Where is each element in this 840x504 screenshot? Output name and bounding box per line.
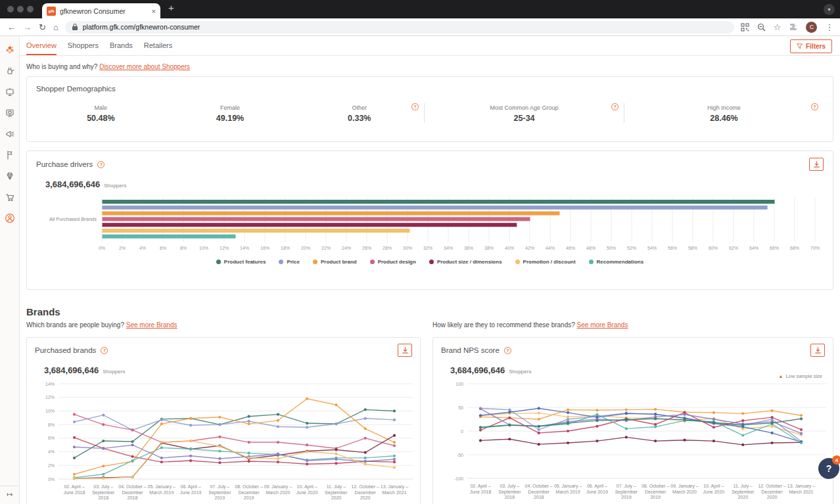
svg-text:14%: 14% (240, 246, 249, 250)
tab-brands[interactable]: Brands (110, 36, 133, 55)
help-icon[interactable]: ? (101, 347, 108, 354)
window-close-button[interactable] (7, 6, 14, 12)
svg-text:10%: 10% (199, 246, 208, 250)
shoppers-count: 3,684,696,646 Shoppers (450, 365, 825, 375)
legend-item[interactable]: Product features (216, 259, 266, 265)
tab-shoppers[interactable]: Shoppers (68, 36, 99, 55)
window-minimize-button[interactable] (17, 6, 24, 12)
warning-text: Low sample size (786, 373, 822, 379)
premium-diamond-icon[interactable] (4, 170, 16, 182)
purchase-drivers-title: Purchase drivers (36, 160, 93, 168)
legend-item[interactable]: Product brand (313, 259, 357, 265)
app-window: ↦ Overview Shoppers Brands Retailers Fil… (0, 36, 840, 504)
bookmark-star-icon[interactable]: ☆ (774, 22, 782, 32)
download-icon (813, 161, 820, 168)
help-icon[interactable]: ? (504, 347, 511, 354)
help-icon[interactable]: ? (611, 103, 618, 110)
demographics-stats: Male 50.48% Female 49.19% Other 0.33% ? … (36, 103, 824, 123)
see-more-brands-link[interactable]: See more Brands (577, 321, 628, 329)
svg-text:40%: 40% (505, 246, 514, 250)
svg-text:13. January –March 2021: 13. January –March 2021 (381, 484, 409, 495)
legend-dot-icon (429, 260, 434, 264)
svg-text:4%: 4% (48, 449, 55, 454)
svg-text:44%: 44% (546, 246, 555, 250)
zoom-out-icon[interactable] (757, 23, 766, 32)
shopping-cart-icon[interactable] (4, 191, 16, 203)
filters-button[interactable]: Filters (790, 39, 832, 53)
svg-text:-50: -50 (457, 453, 463, 457)
svg-text:50: 50 (458, 405, 463, 410)
consumers-icon[interactable] (4, 65, 16, 77)
help-fab-button[interactable]: ? 4 (818, 458, 839, 479)
web-monitor-icon[interactable] (4, 107, 16, 119)
legend-item[interactable]: Recommendations (589, 259, 644, 265)
new-tab-button[interactable]: + (168, 2, 174, 13)
legend-item[interactable]: Promotion / discount (515, 259, 576, 265)
tab-overview[interactable]: Overview (26, 36, 57, 55)
svg-text:06. April –June 2019: 06. April –June 2019 (586, 484, 608, 494)
brand-nps-chart: 100500-50-10002. April –June 201803. Jul… (441, 379, 828, 504)
reload-icon[interactable]: ↻ (39, 22, 46, 32)
flag-icon[interactable] (4, 149, 16, 161)
legend-item[interactable]: Price (279, 259, 300, 265)
presentation-board-icon[interactable] (4, 86, 16, 98)
purchase-drivers-header: Purchase drivers ? (36, 158, 824, 171)
stat-age-group: Most Common Age Group 25-34 ? (424, 103, 624, 123)
chevron-down-icon[interactable]: ▾ (824, 4, 835, 15)
stat-value: 28.46% (624, 114, 824, 123)
shoppers-value: 3,684,696,646 (44, 365, 99, 375)
download-button[interactable] (398, 344, 412, 357)
stat-high-income: High Income 28.46% ? (624, 103, 824, 123)
stat-male: Male 50.48% (36, 103, 166, 123)
help-icon[interactable]: ? (811, 103, 818, 110)
warning-icon: ▲ (779, 374, 783, 378)
browser-menu-icon[interactable]: ⋮ (825, 22, 833, 32)
url-bar[interactable]: platform.gfk.com/gfknewron-consumer (65, 21, 734, 34)
stat-value: 0.33% (294, 114, 424, 123)
legend-item[interactable]: Product size / dimensions (429, 259, 502, 265)
profile-avatar[interactable]: C (806, 22, 817, 33)
svg-text:0%: 0% (99, 246, 105, 250)
home-icon[interactable]: ⌂ (53, 22, 58, 32)
stat-female: Female 49.19% (166, 103, 295, 123)
extensions-puzzle-icon[interactable] (789, 22, 798, 32)
qr-code-icon[interactable] (741, 23, 749, 32)
gfk-logo-icon[interactable] (4, 44, 16, 56)
svg-text:60%: 60% (709, 246, 718, 250)
svg-text:08. October –December2019: 08. October –December2019 (642, 484, 670, 499)
browser-addressbar: ← → ↻ ⌂ platform.gfk.com/gfknewron-consu… (0, 18, 840, 36)
brand-nps-title: Brand NPS score (441, 346, 500, 354)
collapse-panel-icon[interactable]: ↦ (0, 486, 19, 504)
svg-text:6%: 6% (48, 436, 55, 440)
download-button[interactable] (809, 158, 824, 171)
see-more-brands-link[interactable]: See more Brands (126, 321, 177, 329)
url-text: platform.gfk.com/gfknewron-consumer (83, 23, 200, 31)
browser-tab[interactable]: gfk gfknewron Consumer × (42, 3, 160, 18)
forward-icon[interactable]: → (23, 22, 32, 32)
svg-text:16%: 16% (260, 246, 269, 250)
back-icon[interactable]: ← (7, 22, 16, 32)
stat-label: Female (166, 104, 295, 111)
download-button[interactable] (810, 344, 825, 357)
svg-text:38%: 38% (484, 246, 494, 250)
intro-line: Who is buying and why? Discover more abo… (26, 63, 840, 70)
tab-title: gfknewron Consumer (60, 7, 148, 15)
profile-icon[interactable] (4, 212, 16, 224)
legend-item[interactable]: Product design (370, 259, 416, 265)
discover-shoppers-link[interactable]: Discover more about Shoppers (99, 63, 190, 70)
low-sample-warning: ▲ Low sample size (779, 373, 822, 379)
stat-label: Other (294, 104, 424, 111)
svg-text:8%: 8% (180, 246, 187, 250)
filters-label: Filters (806, 43, 826, 50)
svg-text:62%: 62% (729, 246, 738, 250)
megaphone-icon[interactable] (4, 128, 16, 140)
window-maximize-button[interactable] (27, 6, 34, 12)
stat-value: 49.19% (166, 114, 295, 123)
help-icon[interactable]: ? (97, 161, 105, 168)
stat-value: 25-34 (425, 114, 624, 123)
tab-close-icon[interactable]: × (152, 7, 156, 15)
tab-retailers[interactable]: Retailers (144, 36, 172, 55)
svg-text:11. July –September2020: 11. July –September2020 (732, 484, 755, 499)
purchased-brands-chart: 14%12%10%8%6%4%2%0%02. April –June 20180… (35, 379, 414, 504)
main-content: Overview Shoppers Brands Retailers Filte… (20, 36, 840, 504)
